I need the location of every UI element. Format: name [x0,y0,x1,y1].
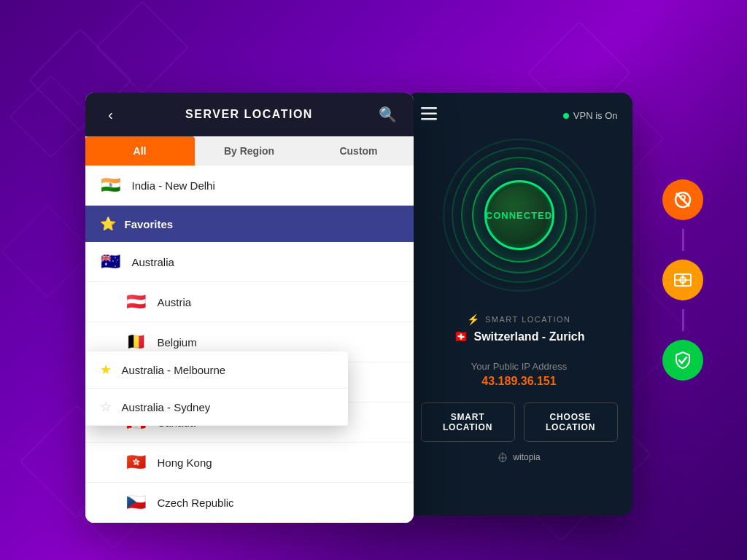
australia-dropdown: ★ Australia - Melbourne ☆ Australia - Sy… [85,351,348,426]
dropdown-item[interactable]: ☆ Australia - Sydney [85,389,348,426]
favorites-header[interactable]: ⭐ Favorites [85,206,414,242]
svg-rect-2 [421,118,437,120]
server-header: ‹ SERVER LOCATION 🔍 [85,93,414,136]
smart-location-value: 🇨🇭 Switzerland - Zurich [421,330,618,343]
list-item[interactable]: 🇦🇹 Austria [85,282,414,322]
tab-custom[interactable]: Custom [304,136,414,166]
vpn-status-dot [563,113,569,119]
dropdown-item[interactable]: ★ Australia - Melbourne [85,351,348,389]
icon-connector [682,229,684,251]
star-empty-icon: ☆ [100,399,112,415]
vpn-panel: VPN is On CONNECTED ⚡ SMART LOCATION 🇨🇭 … [406,93,632,516]
server-panel-title: SERVER LOCATION [122,108,377,121]
choose-location-button[interactable]: CHOOSE LOCATION [524,402,618,442]
dropdown-item-name: Australia - Melbourne [122,364,226,376]
connection-status-text: CONNECTED [486,210,552,221]
tabs-row: All By Region Custom [85,136,414,166]
vpn-bottom-buttons: SMART LOCATION CHOOSE LOCATION [421,402,618,442]
country-name: Czech Republic [158,497,234,509]
vpn-footer: witopia [498,452,540,462]
server-list: 🇮🇳 India - New Delhi ⭐ Favorites 🇦🇺 Aust… [85,166,414,523]
switzerland-flag: 🇨🇭 [454,330,468,343]
tab-all[interactable]: All [85,136,195,166]
country-name: India - New Delhi [132,179,215,192]
vpn-top-bar: VPN is On [421,107,618,124]
smart-location-name: Switzerland - Zurich [474,330,585,343]
server-location-panel: ‹ SERVER LOCATION 🔍 All By Region Custom… [85,93,414,523]
vpn-status-text: VPN is On [573,110,618,121]
star-filled-icon: ★ [100,362,112,378]
global-network-button[interactable] [662,260,703,300]
bolt-icon: ⚡ [467,314,481,325]
vpn-status-indicator: VPN is On [563,110,618,121]
search-button[interactable]: 🔍 [377,106,399,123]
tab-by-region[interactable]: By Region [195,136,304,166]
country-name: Hong Kong [158,456,212,469]
smart-location-label: ⚡ SMART LOCATION [421,314,618,325]
smart-location-section: ⚡ SMART LOCATION 🇨🇭 Switzerland - Zurich [421,314,618,355]
shield-check-button[interactable] [662,340,703,381]
favorites-label: Favorites [125,218,174,230]
list-item[interactable]: 🇨🇿 Czech Republic [85,483,414,523]
country-name: Australia [132,256,174,268]
country-name: Belgium [158,336,197,349]
india-flag: 🇮🇳 [100,176,122,195]
australia-flag: 🇦🇺 [100,252,122,271]
country-name: Austria [158,296,192,308]
right-icons-panel [662,179,703,381]
location-off-button[interactable] [662,179,703,220]
connected-circle: CONNECTED [443,139,596,292]
star-icon: ⭐ [100,216,116,232]
list-item[interactable]: 🇭🇰 Hong Kong [85,443,414,483]
list-item[interactable]: 🇮🇳 India - New Delhi [85,166,414,206]
menu-icon[interactable] [421,107,437,124]
list-item[interactable]: 🇦🇺 Australia [85,242,414,282]
belgium-flag: 🇧🇪 [125,332,147,351]
connected-inner: CONNECTED [490,186,549,244]
public-ip-value: 43.189.36.151 [481,375,556,388]
witopia-logo: witopia [513,452,540,462]
icon-connector [682,309,684,331]
back-button[interactable]: ‹ [100,106,122,123]
hongkong-flag: 🇭🇰 [125,453,147,472]
svg-rect-1 [421,113,437,115]
public-ip-label: Your Public IP Address [471,361,568,372]
czech-flag: 🇨🇿 [125,493,147,512]
dropdown-item-name: Australia - Sydney [122,401,211,413]
austria-flag: 🇦🇹 [125,292,147,311]
svg-rect-0 [421,107,437,109]
smart-location-button[interactable]: SMART LOCATION [421,402,515,442]
